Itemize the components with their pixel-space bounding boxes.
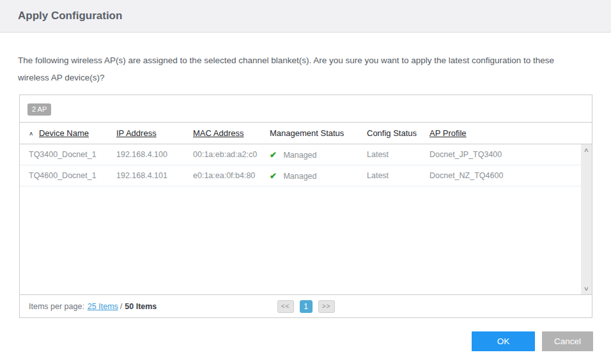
management-status-text: Managed [283,151,316,160]
table-toolbar: 2 AP [20,95,592,123]
column-header-mac-address[interactable]: MAC Address [193,128,270,138]
management-status-text: Managed [283,172,316,181]
page-controls: << 1 >> [277,300,335,313]
table-header-row: ∧ Device Name IP Address MAC Address Man… [20,123,592,144]
column-header-ip-address[interactable]: IP Address [116,128,193,138]
dialog-titlebar: Apply Configuration [0,0,611,33]
items-separator: / [120,302,122,311]
cell-ap-profile: Docnet_NZ_TQ4600 [429,171,581,180]
cell-device-name: TQ4600_Docnet_1 [20,171,116,180]
items-per-page: Items per page:25 Items/50 Items [20,302,157,311]
ap-table: 2 AP ∧ Device Name IP Address MAC Addres… [19,95,592,318]
scroll-down-icon[interactable]: ∨ [584,283,589,294]
ap-count-badge: 2 AP [27,103,51,116]
managed-check-icon: ✔ [270,150,277,160]
next-page-button[interactable]: >> [318,300,335,313]
table-row[interactable]: TQ4600_Docnet_1 192.168.4.101 e0:1a:ea:0… [20,165,581,186]
cell-mac-address: e0:1a:ea:0f:b4:80 [193,171,270,180]
cell-ip-address: 192.168.4.100 [116,150,193,159]
scroll-up-icon[interactable]: ∧ [584,144,589,156]
current-page-button[interactable]: 1 [300,300,313,313]
ok-button[interactable]: OK [472,331,535,351]
column-header-config-status: Config Status [367,128,429,138]
cell-config-status: Latest [367,171,429,180]
page-title: Apply Configuration [18,10,122,22]
column-header-ap-profile[interactable]: AP Profile [429,128,592,138]
items-per-page-label: Items per page: [29,302,84,311]
items-per-page-link[interactable]: 25 Items [88,302,118,311]
column-header-device-name[interactable]: ∧ Device Name [20,128,116,138]
cell-management-status: ✔ Managed [270,150,367,160]
cancel-button[interactable]: Cancel [542,331,593,351]
vertical-scrollbar[interactable]: ∧ ∨ [581,144,592,294]
cell-device-name: TQ3400_Docnet_1 [20,150,116,159]
prev-page-button[interactable]: << [277,300,294,313]
cell-config-status: Latest [367,150,429,159]
confirmation-message: The following wireless AP(s) are assigne… [18,52,584,86]
sort-asc-icon: ∧ [29,131,33,137]
managed-check-icon: ✔ [270,171,277,181]
cell-mac-address: 00:1a:eb:ad:a2:c0 [193,150,270,159]
total-items: 50 Items [125,302,157,311]
cell-ap-profile: Docnet_JP_TQ3400 [429,150,581,159]
table-row[interactable]: TQ3400_Docnet_1 192.168.4.100 00:1a:eb:a… [20,144,581,165]
cell-ip-address: 192.168.4.101 [116,171,193,180]
table-body: TQ3400_Docnet_1 192.168.4.100 00:1a:eb:a… [20,144,592,294]
column-header-management-status: Management Status [270,128,367,138]
pagination-bar: Items per page:25 Items/50 Items << 1 >> [20,294,592,317]
cell-management-status: ✔ Managed [270,171,367,181]
